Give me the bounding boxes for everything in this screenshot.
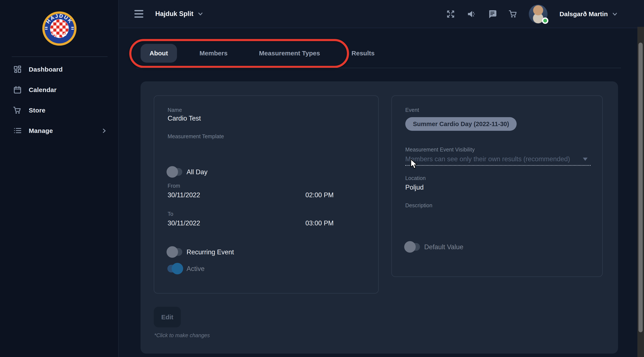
- edit-footnote: *Click to make changes: [154, 332, 210, 338]
- page: { "app": { "team_name": "Hajduk Split", …: [0, 0, 644, 357]
- chat-icon[interactable]: [488, 9, 497, 19]
- club-logo: HAJDUK SPLIT: [0, 10, 118, 47]
- online-status-dot: [542, 18, 548, 24]
- user-name: Dalsgarð Martin: [560, 10, 608, 18]
- all-day-toggle[interactable]: [167, 166, 183, 178]
- to-time-value: 03:00 PM: [306, 220, 334, 227]
- tab-about[interactable]: About: [140, 44, 177, 62]
- recurring-event-label: Recurring Event: [186, 248, 234, 256]
- to-date-value: 30/11/2022: [168, 220, 200, 227]
- active-toggle[interactable]: [167, 263, 183, 274]
- event-label: Event: [405, 107, 419, 113]
- location-label: Location: [405, 175, 426, 181]
- event-meta-card: Event Summer Cardio Day (2022-11-30) Mea…: [392, 96, 603, 277]
- chevron-right-icon: [101, 128, 108, 134]
- cart-icon[interactable]: [508, 9, 518, 19]
- to-label: To: [168, 211, 173, 217]
- name-label: Name: [168, 107, 182, 113]
- measurement-template-label: Measurement Template: [168, 133, 224, 140]
- sidebar-nav: Dashboard Calendar Store Manage: [0, 63, 118, 145]
- chevron-down-icon: [197, 10, 204, 18]
- megaphone-icon[interactable]: [466, 9, 476, 19]
- sidebar-item-label: Dashboard: [29, 66, 62, 73]
- dashboard-icon: [13, 65, 22, 74]
- all-day-label: All Day: [186, 168, 208, 176]
- calendar-icon: [13, 85, 22, 94]
- tab-results[interactable]: Results: [343, 44, 384, 62]
- visibility-label: Measurement Event Visibility: [405, 146, 475, 153]
- user-menu[interactable]: Dalsgarð Martin: [560, 10, 618, 18]
- cart-icon: [13, 106, 22, 115]
- tab-measurement-types[interactable]: Measurement Types: [250, 44, 329, 62]
- default-value-toggle[interactable]: [405, 241, 420, 253]
- fullscreen-icon[interactable]: [446, 9, 456, 19]
- tabs-divider: [136, 68, 621, 68]
- sidebar-divider: [12, 56, 108, 57]
- user-avatar[interactable]: [529, 5, 548, 24]
- dropdown-caret-icon: [583, 158, 588, 161]
- top-bar: Hajduk Split Dalsgarð Martin: [118, 0, 644, 28]
- menu-toggle-button[interactable]: [134, 10, 143, 18]
- description-label: Description: [405, 202, 432, 208]
- visibility-select[interactable]: Members can see only their own results (…: [405, 154, 590, 166]
- hajduk-split-crest-icon: HAJDUK SPLIT: [41, 10, 78, 47]
- sidebar-item-store[interactable]: Store: [0, 104, 118, 117]
- team-switcher[interactable]: Hajduk Split: [155, 10, 204, 18]
- sidebar-item-manage[interactable]: Manage: [0, 124, 118, 137]
- from-label: From: [168, 183, 180, 189]
- sidebar-item-label: Manage: [29, 127, 53, 134]
- default-value-label: Default Value: [424, 243, 464, 251]
- active-label: Active: [186, 265, 204, 273]
- team-name: Hajduk Split: [155, 10, 193, 18]
- scrollbar-thumb[interactable]: [638, 42, 643, 332]
- sidebar-item-label: Store: [29, 107, 45, 114]
- recurring-event-toggle[interactable]: [167, 246, 183, 258]
- scrollbar-track[interactable]: [638, 27, 644, 357]
- sidebar: HAJDUK SPLIT Dashboard C: [0, 0, 118, 357]
- edit-button[interactable]: Edit: [154, 307, 181, 328]
- about-panel: Name Cardio Test Measurement Template Al…: [140, 81, 618, 354]
- sidebar-item-calendar[interactable]: Calendar: [0, 84, 118, 96]
- event-tabs: About Members Measurement Types Results: [140, 44, 384, 62]
- event-chip: Summer Cardio Day (2022-11-30): [405, 117, 517, 131]
- location-value: Poljud: [405, 184, 424, 191]
- chevron-down-icon: [611, 10, 618, 18]
- list-icon: [13, 126, 22, 136]
- from-time-value: 02:00 PM: [306, 191, 334, 199]
- top-bar-actions: Dalsgarð Martin: [446, 0, 618, 28]
- from-date-value: 30/11/2022: [168, 191, 200, 199]
- event-details-card: Name Cardio Test Measurement Template Al…: [154, 96, 379, 294]
- name-value: Cardio Test: [168, 114, 201, 122]
- tab-members[interactable]: Members: [190, 44, 236, 62]
- visibility-selected-value: Members can see only their own results (…: [405, 155, 570, 163]
- sidebar-item-label: Calendar: [29, 86, 57, 94]
- sidebar-item-dashboard[interactable]: Dashboard: [0, 63, 118, 76]
